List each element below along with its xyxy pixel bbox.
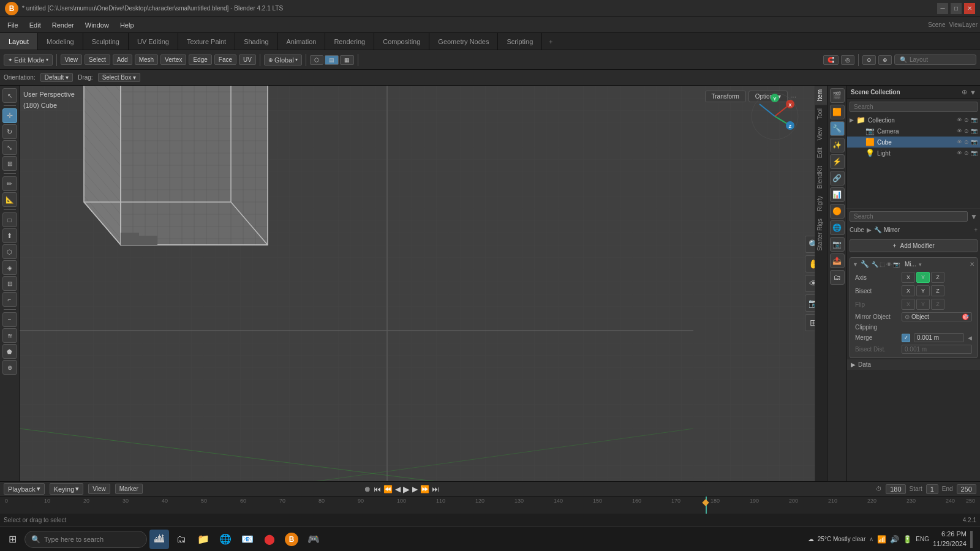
rotate-tool[interactable]: ↻ <box>2 124 17 139</box>
mesh-menu[interactable]: Mesh <box>135 54 158 65</box>
transform-button[interactable]: Transform <box>705 91 746 102</box>
transform-orientation[interactable]: ⊕ Global ▾ <box>264 54 302 66</box>
merge-input-arrow[interactable]: ◀ <box>968 335 972 341</box>
merge-value[interactable]: 0.001 m <box>914 333 964 342</box>
edge-menu[interactable]: Edge <box>189 54 211 65</box>
transform-tool[interactable]: ⊞ <box>2 156 17 171</box>
rs-render-icon[interactable]: 📷 <box>830 237 845 252</box>
menu-edit[interactable]: Edit <box>24 20 46 30</box>
select-tool[interactable]: ↖ <box>2 88 17 103</box>
timeline-marker[interactable]: Marker <box>115 484 143 494</box>
viewport-gizmo[interactable]: X Y Z <box>750 92 799 141</box>
taskbar-widget[interactable]: 🏙 <box>149 530 169 549</box>
loop-cut-tool[interactable]: ⊟ <box>2 276 17 291</box>
side-tab-rigify[interactable]: Rigify <box>815 192 827 215</box>
overlay-button[interactable]: ⊙ <box>862 55 876 65</box>
play-button[interactable]: ▶ <box>403 484 410 494</box>
tab-rendering[interactable]: Rendering <box>325 33 374 50</box>
rs-scene-icon[interactable]: 🎬 <box>830 88 845 103</box>
side-tab-blendkit[interactable]: BlendKit <box>815 162 827 192</box>
tab-sculpting[interactable]: Sculpting <box>83 33 129 50</box>
axis-x-button[interactable]: X <box>902 272 915 283</box>
jump-start-button[interactable]: ⏮ <box>374 485 381 493</box>
measure-tool[interactable]: 📐 <box>2 192 17 207</box>
bevel-tool[interactable]: ◈ <box>2 260 17 275</box>
outliner-item-cube[interactable]: 🟧 Cube 👁 ⊙ 📷 <box>847 137 980 148</box>
taskbar-red-app[interactable]: ⬤ <box>260 530 279 549</box>
merge-checkbox[interactable]: ✓ <box>902 334 910 342</box>
side-tab-edit[interactable]: Edit <box>815 144 827 162</box>
windows-start-button[interactable]: ⊞ <box>2 530 22 549</box>
scale-tool[interactable]: ⤡ <box>2 140 17 155</box>
tab-animation[interactable]: Animation <box>278 33 326 50</box>
taskbar-mail[interactable]: 📧 <box>238 530 257 549</box>
taskbar-files[interactable]: 🗂 <box>172 530 191 549</box>
record-button[interactable]: ⏺ <box>364 485 371 493</box>
taskbar-game[interactable]: 🎮 <box>304 530 323 549</box>
modifier-close-button[interactable]: ✕ <box>970 261 974 268</box>
edge-select-mode[interactable]: ▤ <box>325 55 339 65</box>
tab-shading[interactable]: Shading <box>235 33 277 50</box>
tab-layout[interactable]: Layout <box>0 33 38 50</box>
side-tab-starter-rigs[interactable]: Starter Rigs <box>815 215 827 255</box>
rs-world-icon[interactable]: 🌐 <box>830 220 845 235</box>
timeline-bar[interactable]: 0 10 20 30 40 50 60 70 80 90 100 110 120… <box>0 497 980 514</box>
rs-physics-icon[interactable]: ⚡ <box>830 154 845 169</box>
mirror-object-selector[interactable]: ⊙ Object 🎯 <box>902 312 972 321</box>
next-keyframe-button[interactable]: ▶ <box>412 485 418 493</box>
drag-dropdown[interactable]: Select Box ▾ <box>98 73 141 82</box>
rs-output-icon[interactable]: 📤 <box>830 253 845 268</box>
taskbar-explorer[interactable]: 📁 <box>194 530 213 549</box>
mirror-object-picker-icon[interactable]: 🎯 <box>962 313 969 320</box>
add-menu[interactable]: Add <box>113 54 132 65</box>
props-filter-icon[interactable]: ▼ <box>970 212 978 221</box>
proportional-edit[interactable]: ◎ <box>841 55 854 65</box>
close-button[interactable]: ✕ <box>964 3 975 14</box>
shrink-fatten-tool[interactable]: ⬟ <box>2 344 17 359</box>
tab-uv-editing[interactable]: UV Editing <box>129 33 178 50</box>
add-modifier-button[interactable]: + Add Modifier <box>850 239 978 252</box>
vertex-menu[interactable]: Vertex <box>160 54 186 65</box>
inset-tool[interactable]: ⬡ <box>2 244 17 259</box>
outliner-item-light[interactable]: 💡 Light 👁 ⊙ 📷 <box>847 148 980 159</box>
taskbar-search[interactable]: 🔍 Type here to search <box>24 531 147 548</box>
vertex-select-mode[interactable]: ⬡ <box>310 55 323 65</box>
tab-compositing[interactable]: Compositing <box>374 33 429 50</box>
view-menu[interactable]: View <box>61 54 83 65</box>
next-frame-button[interactable]: ⏩ <box>420 485 429 493</box>
face-select-mode[interactable]: ▦ <box>340 55 354 65</box>
side-tab-view[interactable]: View <box>815 124 827 144</box>
smooth-tool[interactable]: ~ <box>2 312 17 327</box>
keying-dropdown[interactable]: Keying ▾ <box>50 483 84 495</box>
add-cube-tool[interactable]: □ <box>2 212 17 227</box>
tab-texture-paint[interactable]: Texture Paint <box>178 33 235 50</box>
outliner-item-camera[interactable]: 📷 Camera 👁 ⊙ 📷 <box>847 126 980 137</box>
rs-modifier-icon[interactable]: 🔧 <box>830 121 845 136</box>
timeline-view[interactable]: View <box>88 484 110 494</box>
search-input[interactable] <box>910 56 971 63</box>
bisect-z-button[interactable]: Z <box>931 285 944 296</box>
menu-file[interactable]: File <box>2 20 23 30</box>
props-add-icon[interactable]: + <box>974 227 978 233</box>
uv-menu[interactable]: UV <box>239 54 256 65</box>
taskbar-blender[interactable]: B <box>282 530 301 549</box>
orientation-dropdown[interactable]: Default ▾ <box>40 73 73 82</box>
axis-z-button[interactable]: Z <box>931 272 944 283</box>
rs-view-layer-icon[interactable]: 🗂 <box>830 270 845 285</box>
tray-chevron[interactable]: ∧ <box>869 536 873 542</box>
menu-render[interactable]: Render <box>47 20 79 30</box>
window-controls[interactable]: ─ □ ✕ <box>937 3 975 14</box>
push-pull-tool[interactable]: ⊕ <box>2 360 17 375</box>
side-tab-item[interactable]: Item <box>815 86 827 105</box>
breadcrumb-mirror[interactable]: Mirror <box>884 227 900 233</box>
flip-y-button[interactable]: Y <box>916 299 930 310</box>
rs-constraint-icon[interactable]: 🔗 <box>830 171 845 186</box>
outliner-search[interactable] <box>850 102 978 112</box>
taskbar-edge[interactable]: 🌐 <box>216 530 235 549</box>
bisect-y-button[interactable]: Y <box>916 285 930 296</box>
modifier-expand-icon[interactable]: ▼ <box>853 261 858 268</box>
select-menu[interactable]: Select <box>85 54 110 65</box>
axis-y-button[interactable]: Y <box>916 272 930 283</box>
breadcrumb-cube[interactable]: Cube <box>850 227 864 233</box>
filter-icon[interactable]: ▼ <box>970 89 976 96</box>
